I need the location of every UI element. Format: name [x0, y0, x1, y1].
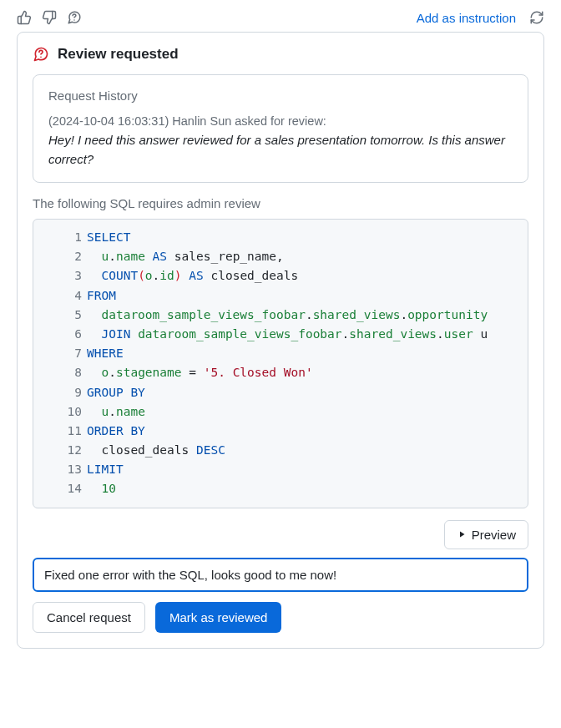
- action-row: Cancel request Mark as reviewed: [33, 602, 528, 633]
- code-line: 3 COUNT(o.id) AS closed_deals: [33, 266, 528, 286]
- code-line: 10 u.name: [33, 402, 528, 422]
- panel-title: Review requested: [58, 46, 179, 63]
- line-number: 9: [33, 383, 87, 402]
- line-number: 12: [33, 441, 87, 460]
- line-number: 8: [33, 363, 87, 382]
- line-number: 5: [33, 306, 87, 325]
- add-instruction-link[interactable]: Add as instruction: [417, 11, 516, 25]
- preview-row: Preview: [33, 520, 528, 549]
- code-line: 14 10: [33, 479, 528, 498]
- code-line: 6 JOIN dataroom_sample_views_foobar.shar…: [33, 325, 528, 344]
- code-line: 7WHERE: [33, 344, 528, 363]
- line-number: 4: [33, 286, 87, 306]
- line-number: 10: [33, 402, 87, 422]
- line-code: dataroom_sample_views_foobar.shared_view…: [87, 306, 488, 325]
- sql-note: The following SQL requires admin review: [33, 196, 528, 210]
- code-line: 11ORDER BY: [33, 422, 528, 441]
- help-icon[interactable]: [67, 10, 82, 25]
- cancel-request-button[interactable]: Cancel request: [33, 602, 145, 633]
- toolbar-right: Add as instruction: [417, 10, 544, 25]
- toolbar: Add as instruction: [17, 7, 544, 32]
- review-requested-icon: [33, 46, 49, 63]
- feedback-buttons: [17, 10, 82, 25]
- line-code: 10: [87, 479, 116, 498]
- line-code: ORDER BY: [87, 422, 145, 441]
- review-reply-input[interactable]: [33, 558, 528, 592]
- preview-button[interactable]: Preview: [444, 520, 528, 549]
- line-number: 3: [33, 266, 87, 286]
- mark-reviewed-button[interactable]: Mark as reviewed: [155, 602, 282, 633]
- code-line: 1SELECT: [33, 228, 528, 247]
- line-code: u.name: [87, 402, 145, 422]
- line-number: 11: [33, 422, 87, 441]
- line-code: LIMIT: [87, 460, 124, 479]
- code-line: 13LIMIT: [33, 460, 528, 479]
- thumbs-down-icon[interactable]: [42, 10, 57, 25]
- history-message: Hey! I need this answer reviewed for a s…: [48, 131, 513, 169]
- history-meta: (2024-10-04 16:03:31) Hanlin Sun asked f…: [48, 114, 513, 128]
- code-line: 4FROM: [33, 286, 528, 306]
- line-code: GROUP BY: [87, 383, 145, 402]
- refresh-icon[interactable]: [529, 10, 544, 25]
- review-panel: Review requested Request History (2024-1…: [17, 32, 544, 649]
- panel-header: Review requested: [33, 46, 528, 63]
- code-line: 5 dataroom_sample_views_foobar.shared_vi…: [33, 306, 528, 325]
- request-history-card: Request History (2024-10-04 16:03:31) Ha…: [33, 74, 528, 183]
- line-code: o.stagename = '5. Closed Won': [87, 363, 313, 382]
- line-code: COUNT(o.id) AS closed_deals: [87, 266, 298, 286]
- line-number: 2: [33, 247, 87, 266]
- line-code: WHERE: [87, 344, 124, 363]
- history-title: Request History: [48, 88, 513, 103]
- code-line: 12 closed_deals DESC: [33, 441, 528, 460]
- line-number: 14: [33, 479, 87, 498]
- line-code: u.name AS sales_rep_name,: [87, 247, 284, 266]
- thumbs-up-icon[interactable]: [17, 10, 32, 25]
- line-number: 7: [33, 344, 87, 363]
- line-code: FROM: [87, 286, 116, 306]
- sql-code-block[interactable]: 1SELECT2 u.name AS sales_rep_name,3 COUN…: [33, 219, 528, 508]
- code-line: 9GROUP BY: [33, 383, 528, 402]
- code-line: 2 u.name AS sales_rep_name,: [33, 247, 528, 266]
- line-code: SELECT: [87, 228, 130, 247]
- line-number: 6: [33, 325, 87, 344]
- line-number: 13: [33, 460, 87, 479]
- line-code: JOIN dataroom_sample_views_foobar.shared…: [87, 325, 488, 344]
- code-line: 8 o.stagename = '5. Closed Won': [33, 363, 528, 382]
- line-number: 1: [33, 228, 87, 247]
- preview-label: Preview: [472, 528, 516, 542]
- line-code: closed_deals DESC: [87, 441, 225, 460]
- play-icon: [457, 528, 467, 542]
